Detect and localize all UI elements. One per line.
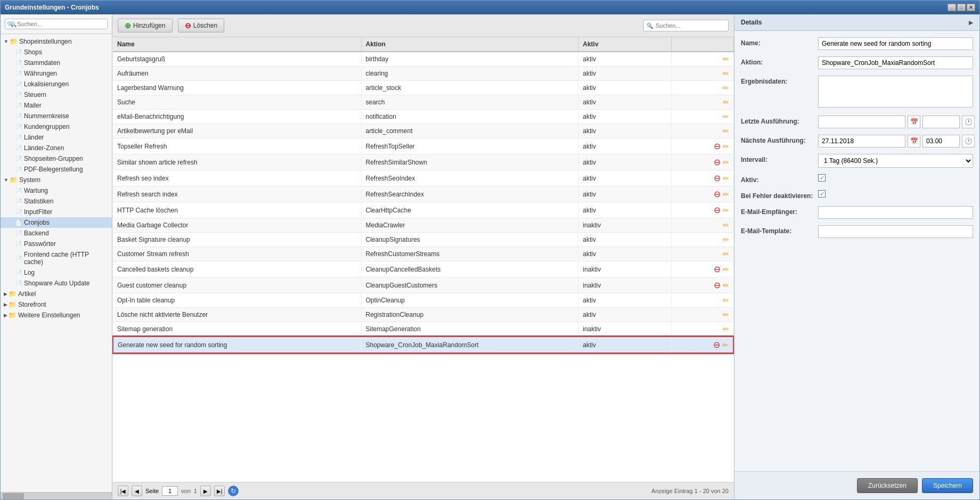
naechste-ausfuehrung-clock-button[interactable]: 🕐 [962,135,975,147]
reset-button[interactable]: Zurücksetzen [857,478,918,493]
sidebar-item-cronjobs[interactable]: 📄 Cronjobs [1,217,112,228]
edit-row-icon[interactable]: ✏ [723,98,729,106]
details-collapse-button[interactable]: ▶ [969,19,973,26]
last-page-button[interactable]: ▶| [214,486,225,496]
table-row[interactable]: Customer Stream refreshRefreshCustomerSt… [113,247,733,261]
edit-row-icon[interactable]: ✏ [723,190,729,199]
delete-row-icon[interactable]: ⊖ [714,189,721,199]
letzte-ausfuehrung-clock-button[interactable]: 🕐 [962,116,975,128]
sidebar-item-frontend-cache[interactable]: 📄 Frontend cache (HTTP cache) [1,249,112,267]
sidebar-item-kundengruppen[interactable]: 📄 Kundengruppen [1,121,112,132]
delete-row-icon[interactable]: ⊖ [714,280,721,290]
edit-row-icon[interactable]: ✏ [723,206,729,215]
sidebar-item-storefront[interactable]: ▶ 📁 Storefront [1,299,112,310]
table-row[interactable]: Topseller RefreshRefreshTopSelleraktiv⊖✏ [113,138,733,154]
sidebar-item-lokalisierungen[interactable]: 📄 Lokalisierungen [1,79,112,89]
aktion-input[interactable] [818,56,973,69]
table-row[interactable]: Lagerbestand Warnungarticle_stockaktiv✏ [113,81,733,95]
sidebar-item-laender[interactable]: 📄 Länder [1,132,112,143]
edit-row-icon[interactable]: ✏ [723,142,729,151]
edit-row-icon[interactable]: ✏ [723,221,729,229]
naechste-ausfuehrung-time-input[interactable] [922,135,960,147]
delete-button[interactable]: ⊖ Löschen [178,19,224,32]
sidebar-item-shops[interactable]: 📄 Shops [1,47,112,58]
sidebar-item-wartung[interactable]: 📄 Wartung [1,185,112,196]
sidebar-search-input[interactable] [5,19,108,29]
naechste-ausfuehrung-date-input[interactable] [818,135,905,147]
sidebar-item-statistiken[interactable]: 📄 Statistiken [1,196,112,207]
edit-row-icon[interactable]: ✏ [723,281,729,290]
edit-row-icon[interactable]: ✏ [723,174,729,183]
delete-row-icon[interactable]: ⊖ [714,141,721,151]
sidebar-item-system[interactable]: ▼ 📁 System [1,175,112,185]
toolbar-search-input[interactable] [643,20,729,31]
sidebar-item-inputfilter[interactable]: 📄 InputFilter [1,207,112,217]
table-row[interactable]: Guest customer cleanupCleanupGuestCustom… [113,277,733,293]
table-row[interactable]: Basket Signature cleanupCleanupSignature… [113,233,733,247]
edit-row-icon[interactable]: ✏ [723,296,729,305]
table-row[interactable]: Refresh seo indexRefreshSeoIndexaktiv⊖✏ [113,170,733,186]
sidebar-item-log[interactable]: 📄 Log [1,267,112,278]
name-input[interactable] [818,37,973,50]
edit-row-icon[interactable]: ✏ [723,127,729,135]
page-number-input[interactable] [162,486,178,496]
next-page-button[interactable]: ▶ [200,486,211,496]
aktiv-checkbox[interactable]: ✓ [818,174,826,182]
table-row[interactable]: Refresh search indexRefreshSearchIndexak… [113,186,733,202]
table-row[interactable]: Similar shown article refreshRefreshSimi… [113,154,733,170]
delete-row-icon[interactable]: ⊖ [714,264,721,274]
bei-fehler-checkbox[interactable]: ✓ [818,190,826,198]
sidebar-scrollbar[interactable] [1,492,112,499]
table-row[interactable]: Aufräumenclearingaktiv✏ [113,67,733,81]
prev-page-button[interactable]: ◀ [132,486,142,496]
delete-row-icon[interactable]: ⊖ [713,340,720,350]
sidebar-item-shopware-auto-update[interactable]: 📄 Shopware Auto Update [1,278,112,289]
table-row[interactable]: Lösche nicht aktivierte BenutzerRegistra… [113,308,733,322]
edit-row-icon[interactable]: ✏ [723,265,729,274]
email-empfaenger-input[interactable] [818,206,973,219]
table-row[interactable]: Cancelled baskets cleanupCleanupCancelle… [113,261,733,277]
delete-row-icon[interactable]: ⊖ [714,205,721,215]
table-row[interactable]: Artikelbewertung per eMailarticle_commen… [113,124,733,138]
sidebar-item-artikel[interactable]: ▶ 📁 Artikel [1,289,112,299]
sidebar-item-backend[interactable]: 📄 Backend [1,228,112,239]
sidebar-item-pdf-belegerstellung[interactable]: 📄 PDF-Belegerstellung [1,164,112,175]
sidebar-item-weitere[interactable]: ▶ 📁 Weitere Einstellungen [1,310,112,321]
edit-row-icon[interactable]: ✏ [723,235,729,244]
minimize-button[interactable]: _ [948,4,956,11]
first-page-button[interactable]: |◀ [118,486,128,496]
edit-row-icon[interactable]: ✏ [723,84,729,92]
delete-row-icon[interactable]: ⊖ [714,157,721,167]
edit-row-icon[interactable]: ✏ [723,69,729,78]
edit-row-icon[interactable]: ✏ [723,325,729,333]
edit-row-icon[interactable]: ✏ [723,158,729,167]
table-row[interactable]: Opt-In table cleanupOptinCleanupaktiv✏ [113,293,733,308]
naechste-ausfuehrung-calendar-button[interactable]: 📅 [908,135,920,147]
sidebar-item-stammdaten[interactable]: 📄 Stammdaten [1,58,112,68]
delete-row-icon[interactable]: ⊖ [714,173,721,183]
maximize-button[interactable]: □ [957,4,966,11]
sidebar-item-steuern[interactable]: 📄 Steuern [1,89,112,100]
edit-row-icon[interactable]: ✏ [723,310,729,319]
letzte-ausfuehrung-date-input[interactable] [818,116,905,128]
letzte-ausfuehrung-calendar-button[interactable]: 📅 [908,116,920,128]
sidebar-item-shopeinstellungen[interactable]: ▼ 📁 Shopeinstellungen [1,36,112,47]
add-button[interactable]: ⊕ Hinzufügen [118,19,173,32]
table-row[interactable]: Media Garbage CollectorMediaCrawlerinakt… [113,218,733,233]
save-button[interactable]: Speichern [922,478,973,493]
sidebar-item-passwoerter[interactable]: 📄 Passwörter [1,239,112,249]
sidebar-item-shopseiten-gruppen[interactable]: 📄 Shopseiten-Gruppen [1,153,112,164]
ergebnisdaten-textarea[interactable] [818,76,973,108]
table-row[interactable]: Sitemap generationSitemapGenerationinakt… [113,322,733,337]
edit-row-icon[interactable]: ✏ [723,55,729,63]
edit-row-icon[interactable]: ✏ [723,112,729,121]
table-row[interactable]: eMail-Benachrichtigungnotificationaktiv✏ [113,110,733,124]
email-template-input[interactable] [818,225,973,238]
sidebar-item-mailer[interactable]: 📄 Mailer [1,100,112,111]
sidebar-item-laender-zonen[interactable]: 📄 Länder-Zonen [1,143,112,153]
refresh-button[interactable]: ↻ [228,486,239,496]
close-button[interactable]: ✕ [967,4,975,11]
edit-row-icon[interactable]: ✏ [723,250,729,258]
table-row[interactable]: Suchesearchaktiv✏ [113,95,733,110]
table-row[interactable]: HTTP Cache löschenClearHttpCacheaktiv⊖✏ [113,202,733,218]
